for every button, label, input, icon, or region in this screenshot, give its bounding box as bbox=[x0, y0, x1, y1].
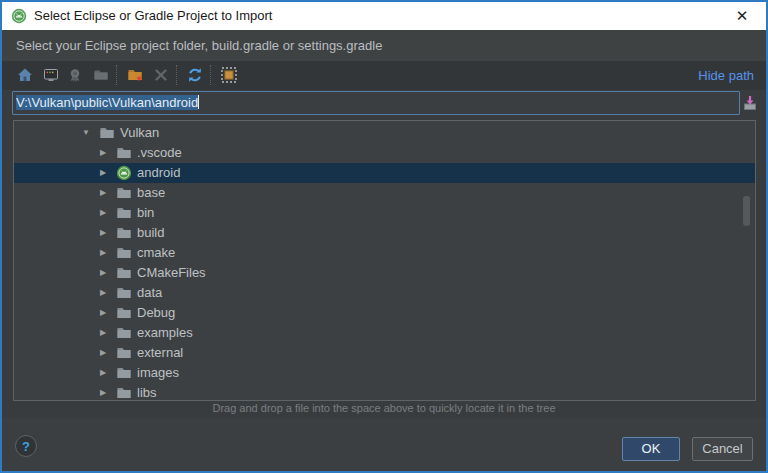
tree-row-build[interactable]: ▶build bbox=[14, 223, 755, 243]
help-icon[interactable]: ? bbox=[15, 435, 37, 457]
tree-row-label: external bbox=[137, 343, 183, 363]
tree-row-external[interactable]: ▶external bbox=[14, 343, 755, 363]
new-folder-icon[interactable] bbox=[124, 64, 146, 86]
folder-icon bbox=[116, 325, 132, 341]
tree-row-label: base bbox=[137, 183, 165, 203]
tree-row-bin[interactable]: ▶bin bbox=[14, 203, 755, 223]
chevron-right-icon[interactable]: ▶ bbox=[97, 163, 109, 183]
folder-icon bbox=[116, 345, 132, 361]
tree-row-label: android bbox=[137, 163, 180, 183]
chevron-right-icon[interactable]: ▶ bbox=[97, 223, 109, 243]
footer-bar: ? OK Cancel bbox=[2, 418, 766, 471]
folder-icon bbox=[116, 205, 132, 221]
tree-row-examples[interactable]: ▶examples bbox=[14, 323, 755, 343]
ok-button[interactable]: OK bbox=[622, 437, 680, 461]
path-input-value: V:\Vulkan\public\Vulkan\android bbox=[16, 95, 198, 110]
toolbar-separator bbox=[210, 65, 212, 85]
android-module-icon bbox=[116, 165, 132, 181]
folder-icon bbox=[116, 305, 132, 321]
desktop-icon[interactable] bbox=[40, 64, 62, 86]
chevron-right-icon[interactable]: ▶ bbox=[97, 343, 109, 363]
android-studio-icon bbox=[11, 8, 27, 24]
toolbar: Hide path bbox=[2, 61, 766, 90]
toolbar-separator bbox=[116, 65, 118, 85]
chevron-right-icon[interactable]: ▶ bbox=[97, 203, 109, 223]
folder-icon bbox=[116, 145, 132, 161]
tree-row-vscode[interactable]: ▶.vscode bbox=[14, 143, 755, 163]
home-icon[interactable] bbox=[14, 64, 36, 86]
tree-row-cmakefiles[interactable]: ▶CMakeFiles bbox=[14, 263, 755, 283]
delete-icon bbox=[150, 64, 172, 86]
chevron-down-icon[interactable]: ▼ bbox=[80, 123, 92, 143]
path-input[interactable]: V:\Vulkan\public\Vulkan\android bbox=[12, 91, 740, 115]
folder-icon bbox=[116, 265, 132, 281]
drag-drop-hint: Drag and drop a file into the space abov… bbox=[2, 401, 766, 418]
tree-row-label: cmake bbox=[137, 243, 175, 263]
tree-row-label: build bbox=[137, 223, 164, 243]
tree-row-label: data bbox=[137, 283, 162, 303]
chevron-right-icon[interactable]: ▶ bbox=[97, 363, 109, 383]
tree-row-data[interactable]: ▶data bbox=[14, 283, 755, 303]
tree-row-label: images bbox=[137, 363, 179, 383]
tree-row-cmake[interactable]: ▶cmake bbox=[14, 243, 755, 263]
tree-row-debug[interactable]: ▶Debug bbox=[14, 303, 755, 323]
project-folder-icon bbox=[90, 64, 112, 86]
file-tree: ▼Vulkan▶.vscode▶android▶base▶bin▶build▶c… bbox=[13, 120, 756, 401]
folder-icon bbox=[116, 225, 132, 241]
chevron-right-icon[interactable]: ▶ bbox=[97, 183, 109, 203]
folder-icon bbox=[116, 285, 132, 301]
chevron-right-icon[interactable]: ▶ bbox=[97, 243, 109, 263]
folder-icon bbox=[116, 185, 132, 201]
module-icon bbox=[64, 64, 86, 86]
chevron-right-icon[interactable]: ▶ bbox=[97, 143, 109, 163]
tree-row-label: CMakeFiles bbox=[137, 263, 206, 283]
tree-row-images[interactable]: ▶images bbox=[14, 363, 755, 383]
chevron-right-icon[interactable]: ▶ bbox=[97, 383, 109, 401]
tree-row-label: examples bbox=[137, 323, 193, 343]
chevron-right-icon[interactable]: ▶ bbox=[97, 283, 109, 303]
chevron-right-icon[interactable]: ▶ bbox=[97, 303, 109, 323]
tree-row-vulkan[interactable]: ▼Vulkan bbox=[14, 123, 755, 143]
text-caret bbox=[198, 95, 199, 109]
title-bar: Select Eclipse or Gradle Project to Impo… bbox=[2, 2, 766, 30]
show-hidden-files-icon[interactable] bbox=[218, 64, 240, 86]
folder-icon bbox=[116, 385, 132, 401]
tree-row-label: bin bbox=[137, 203, 154, 223]
chevron-right-icon[interactable]: ▶ bbox=[97, 263, 109, 283]
folder-icon bbox=[116, 245, 132, 261]
tree-row-label: libs bbox=[137, 383, 157, 401]
toolbar-separator bbox=[176, 65, 178, 85]
hide-path-link[interactable]: Hide path bbox=[698, 61, 754, 90]
folder-icon bbox=[116, 365, 132, 381]
dialog-title: Select Eclipse or Gradle Project to Impo… bbox=[34, 2, 272, 30]
import-project-dialog: Select Eclipse or Gradle Project to Impo… bbox=[0, 0, 768, 473]
tree-row-android[interactable]: ▶android bbox=[14, 163, 755, 183]
tree-row-label: .vscode bbox=[137, 143, 182, 163]
close-icon[interactable]: ✕ bbox=[730, 2, 754, 30]
tree-row-base[interactable]: ▶base bbox=[14, 183, 755, 203]
chevron-right-icon[interactable]: ▶ bbox=[97, 323, 109, 343]
paste-path-icon[interactable] bbox=[742, 95, 758, 111]
tree-row-label: Debug bbox=[137, 303, 175, 323]
refresh-icon[interactable] bbox=[184, 64, 206, 86]
cancel-button[interactable]: Cancel bbox=[692, 437, 753, 461]
tree-row-label: Vulkan bbox=[120, 123, 159, 143]
tree-row-libs[interactable]: ▶libs bbox=[14, 383, 755, 401]
folder-icon bbox=[99, 125, 115, 141]
subtitle-text: Select your Eclipse project folder, buil… bbox=[16, 30, 382, 61]
subtitle-bar: Select your Eclipse project folder, buil… bbox=[2, 30, 766, 62]
